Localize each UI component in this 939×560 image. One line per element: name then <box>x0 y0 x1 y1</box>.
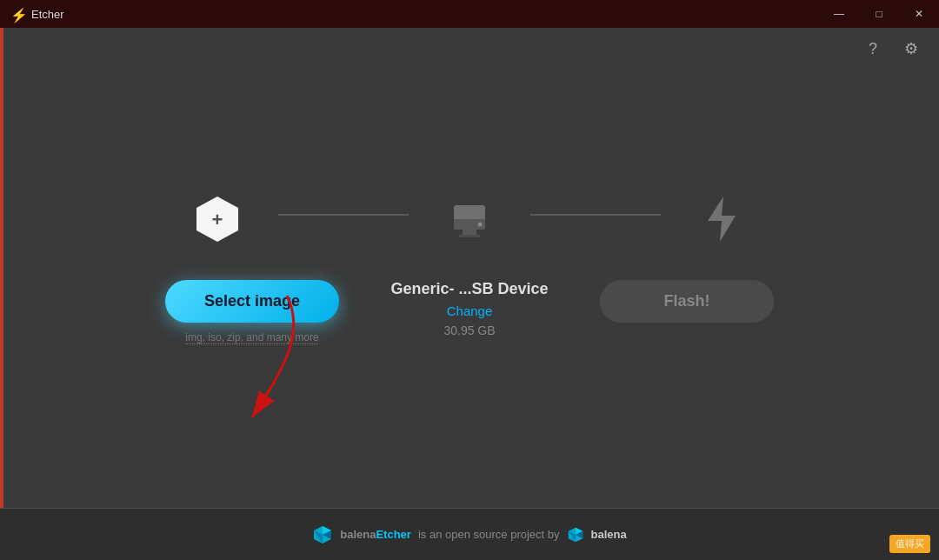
footer-brand-text: balenaEtcher <box>340 528 411 541</box>
select-image-col: Select image img, iso, zip, and many mor… <box>165 280 339 343</box>
minimize-button[interactable]: — <box>819 0 859 28</box>
svg-point-6 <box>478 222 483 226</box>
drive-name: Generic- ...SB Device <box>390 280 548 298</box>
titlebar: ⚡ Etcher — □ ✕ <box>0 0 939 28</box>
actions-row: Select image img, iso, zip, and many mor… <box>165 280 774 343</box>
close-button[interactable]: ✕ <box>899 0 939 28</box>
footer-etcher-text: Etcher <box>376 528 410 541</box>
drive-size: 30.95 GB <box>443 323 495 337</box>
drive-change-link[interactable]: Change <box>447 303 493 318</box>
flash-col: Flash! <box>600 280 774 323</box>
app-icon: ⚡ <box>10 7 24 21</box>
footer-tagline: is an open source project by <box>418 528 560 541</box>
footer: balenaEtcher is an open source project b… <box>0 508 939 560</box>
balena-logo-small <box>567 526 584 543</box>
drive-info-col: Generic- ...SB Device Change 30.95 GB <box>385 280 554 337</box>
footer-balena-text: balena <box>340 528 376 541</box>
drive-icon <box>443 193 496 245</box>
balena-etcher-cube-logo <box>312 524 333 545</box>
select-image-button[interactable]: Select image <box>165 280 339 323</box>
step3-icon <box>669 193 774 245</box>
flash-icon <box>696 193 748 245</box>
footer-brand: balenaEtcher <box>340 528 411 541</box>
select-image-subtitle: img, iso, zip, and many more <box>185 331 318 343</box>
svg-marker-7 <box>708 197 736 242</box>
maximize-button[interactable]: □ <box>859 0 899 28</box>
steps-row: + <box>165 193 774 245</box>
connector-line-2 <box>530 214 661 216</box>
cn-badge: 值得买 <box>889 535 930 553</box>
step1-icon: + <box>165 193 270 245</box>
window-controls: — □ ✕ <box>819 0 939 28</box>
svg-text:+: + <box>212 209 223 230</box>
step2-icon <box>417 193 522 245</box>
hexagon-icon: + <box>191 193 243 245</box>
main-content: + <box>0 28 939 508</box>
connector-line-1 <box>278 214 409 216</box>
footer-balena-brand: balena <box>591 528 627 541</box>
svg-rect-4 <box>463 230 476 235</box>
flash-button[interactable]: Flash! <box>600 280 774 323</box>
svg-rect-5 <box>459 235 480 237</box>
app-title: Etcher <box>31 8 64 21</box>
